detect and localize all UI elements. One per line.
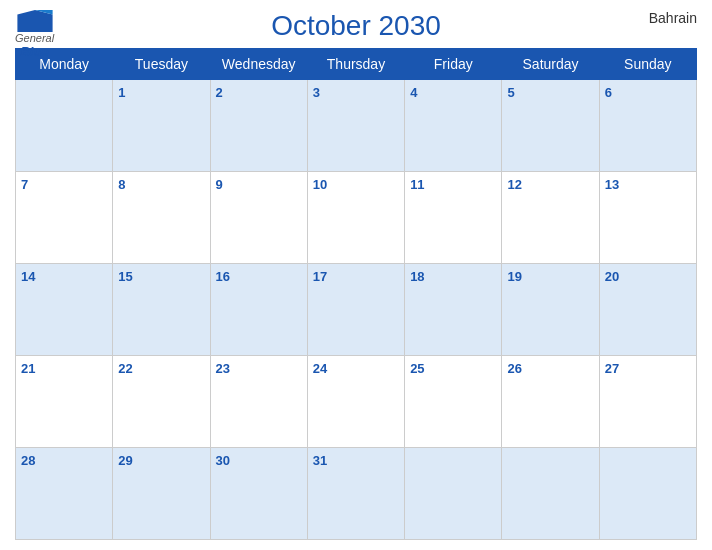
day-number: 16 [216,269,230,284]
country-label: Bahrain [649,10,697,26]
day-number: 12 [507,177,521,192]
calendar-cell: 30 [210,448,307,540]
day-number: 6 [605,85,612,100]
calendar-cell: 6 [599,80,696,172]
calendar-header: General Blue October 2030 Bahrain [15,10,697,42]
calendar-cell: 16 [210,264,307,356]
calendar-cell: 4 [405,80,502,172]
calendar-cell: 14 [16,264,113,356]
day-number: 4 [410,85,417,100]
calendar-cell: 2 [210,80,307,172]
day-number: 27 [605,361,619,376]
calendar-cell [502,448,599,540]
calendar-title: October 2030 [271,10,441,42]
calendar-cell: 28 [16,448,113,540]
day-number: 3 [313,85,320,100]
calendar-cell: 29 [113,448,210,540]
day-number: 15 [118,269,132,284]
calendar-cell: 17 [307,264,404,356]
calendar-cell: 11 [405,172,502,264]
day-number: 5 [507,85,514,100]
calendar-cell: 5 [502,80,599,172]
svg-marker-0 [17,10,52,32]
week-row-3: 14151617181920 [16,264,697,356]
calendar-cell: 10 [307,172,404,264]
calendar-cell [405,448,502,540]
calendar-cell [599,448,696,540]
day-number: 9 [216,177,223,192]
calendar-cell: 24 [307,356,404,448]
logo: General Blue [15,10,54,59]
calendar-cell: 18 [405,264,502,356]
weekday-wednesday: Wednesday [210,49,307,80]
day-number: 28 [21,453,35,468]
day-number: 25 [410,361,424,376]
weekday-sunday: Sunday [599,49,696,80]
calendar-cell: 21 [16,356,113,448]
week-row-5: 28293031 [16,448,697,540]
weekday-thursday: Thursday [307,49,404,80]
calendar-cell: 12 [502,172,599,264]
week-row-4: 21222324252627 [16,356,697,448]
calendar-cell: 27 [599,356,696,448]
calendar-cell: 23 [210,356,307,448]
day-number: 23 [216,361,230,376]
weekday-tuesday: Tuesday [113,49,210,80]
weekday-header-row: MondayTuesdayWednesdayThursdayFridaySatu… [16,49,697,80]
day-number: 8 [118,177,125,192]
calendar-cell: 13 [599,172,696,264]
day-number: 14 [21,269,35,284]
day-number: 24 [313,361,327,376]
day-number: 7 [21,177,28,192]
week-row-1: 123456 [16,80,697,172]
day-number: 20 [605,269,619,284]
week-row-2: 78910111213 [16,172,697,264]
calendar-cell: 31 [307,448,404,540]
calendar-cell: 19 [502,264,599,356]
day-number: 30 [216,453,230,468]
day-number: 21 [21,361,35,376]
calendar-cell: 20 [599,264,696,356]
day-number: 2 [216,85,223,100]
day-number: 29 [118,453,132,468]
calendar-cell: 7 [16,172,113,264]
day-number: 11 [410,177,424,192]
calendar-cell: 15 [113,264,210,356]
calendar-cell: 1 [113,80,210,172]
day-number: 22 [118,361,132,376]
calendar-cell: 3 [307,80,404,172]
logo-icon [17,10,53,32]
calendar-cell [16,80,113,172]
weekday-friday: Friday [405,49,502,80]
day-number: 10 [313,177,327,192]
day-number: 1 [118,85,125,100]
calendar-cell: 8 [113,172,210,264]
day-number: 17 [313,269,327,284]
day-number: 31 [313,453,327,468]
day-number: 19 [507,269,521,284]
calendar-cell: 25 [405,356,502,448]
calendar-cell: 9 [210,172,307,264]
calendar-cell: 26 [502,356,599,448]
day-number: 18 [410,269,424,284]
day-number: 26 [507,361,521,376]
calendar-table: MondayTuesdayWednesdayThursdayFridaySatu… [15,48,697,540]
day-number: 13 [605,177,619,192]
weekday-saturday: Saturday [502,49,599,80]
calendar-cell: 22 [113,356,210,448]
logo-blue-text: Blue [20,44,48,59]
logo-general-text: General [15,32,54,44]
